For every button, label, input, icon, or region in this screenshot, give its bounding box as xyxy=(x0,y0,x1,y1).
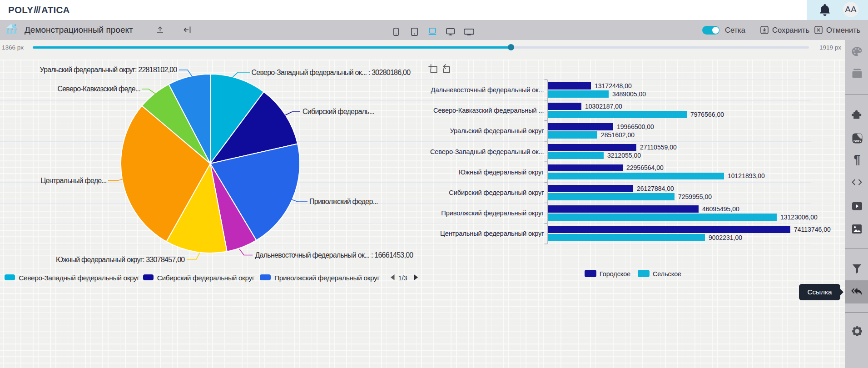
svg-text:SVG: SVG xyxy=(853,139,861,143)
